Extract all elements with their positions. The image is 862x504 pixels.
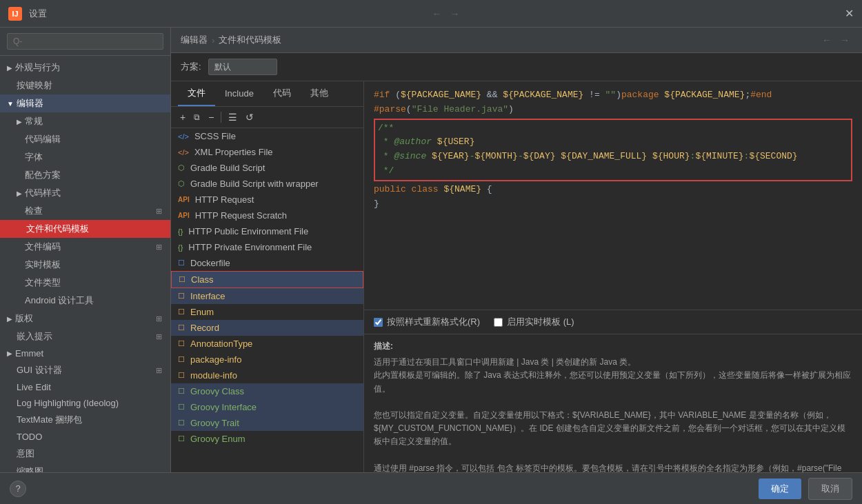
file-item-enum[interactable]: ☐ Enum — [171, 304, 363, 320]
close-button[interactable]: ✕ — [845, 7, 854, 20]
file-name-groovy-trait: Groovy Trait — [190, 418, 239, 428]
file-item-groovy-interface[interactable]: ☐ Groovy Interface — [171, 399, 363, 415]
code-line-7: public class ${NAME} { — [374, 183, 852, 197]
tab-code[interactable]: 代码 — [263, 81, 301, 106]
file-name-groovy-interface: Groovy Interface — [190, 402, 257, 412]
java-record-icon: ☐ — [178, 323, 185, 332]
scheme-select[interactable]: 默认 — [208, 59, 277, 75]
help-button[interactable]: ? — [10, 481, 26, 497]
settings-button[interactable]: ☰ — [225, 110, 241, 125]
file-item-class[interactable]: ☐ Class — [171, 271, 363, 288]
file-name-groovy-class: Groovy Class — [190, 386, 244, 396]
file-item-gradle[interactable]: ⬡ Gradle Build Script — [171, 160, 363, 176]
file-name-dockerfile: Dockerfile — [190, 258, 230, 268]
chevron-right-icon: ▶ — [7, 64, 12, 72]
reset-button[interactable]: ↺ — [242, 110, 257, 125]
sidebar-item-textmate[interactable]: TextMate 捆绑包 — [0, 411, 170, 429]
file-item-http-private[interactable]: {} HTTP Private Environment File — [171, 239, 363, 255]
sidebar-item-live-edit[interactable]: Live Edit — [0, 379, 170, 395]
sidebar-item-keymap[interactable]: 按键映射 — [0, 77, 170, 94]
sidebar-item-log-highlighting[interactable]: Log Highlighting (Ideolog) — [0, 395, 170, 411]
file-item-gradle-wrapper[interactable]: ⬡ Gradle Build Script with wrapper — [171, 176, 363, 192]
file-item-annotation[interactable]: ☐ AnnotationType — [171, 336, 363, 352]
sidebar-item-android-design[interactable]: Android 设计工具 — [0, 292, 170, 310]
copy-button[interactable]: ⧉ — [190, 110, 203, 124]
sidebar-item-inlay-hints[interactable]: 嵌入提示 ⊞ — [0, 327, 170, 345]
forward-arrow[interactable]: → — [448, 7, 463, 21]
code-editor[interactable]: #if (${PACKAGE_NAME} && ${PACKAGE_NAME} … — [364, 81, 862, 310]
file-item-groovy-class[interactable]: ☐ Groovy Class — [171, 383, 363, 399]
live-template-checkbox[interactable] — [494, 318, 503, 327]
file-name-annotation: AnnotationType — [190, 339, 252, 349]
file-item-http-scratch[interactable]: API HTTP Request Scratch — [171, 208, 363, 223]
sidebar: ▶ 外观与行为 按键映射 ▼ 编辑器 ▶ 常规 代码编辑 字体 配色方案 — [0, 28, 171, 472]
file-item-http[interactable]: API HTTP Request — [171, 192, 363, 208]
sidebar-item-appearance[interactable]: ▶ 外观与行为 — [0, 59, 170, 77]
description-area: 描述: 适用于通过在项目工具窗口中调用新建 | Java 类 | 类创建的新 J… — [364, 334, 862, 472]
sidebar-item-thumbnails[interactable]: 缩略图 — [0, 463, 170, 472]
back-arrow[interactable]: ← — [430, 7, 445, 21]
file-item-css[interactable]: </> SCSS File — [171, 128, 363, 144]
description-text: 适用于通过在项目工具窗口中调用新建 | Java 类 | 类创建的新 Java … — [374, 356, 852, 472]
breadcrumb-page: 文件和代码模板 — [219, 34, 281, 46]
sidebar-item-gui-designer[interactable]: GUI 设计器 ⊞ — [0, 361, 170, 379]
file-item-record[interactable]: ☐ Record — [171, 320, 363, 336]
live-template-label: 启用实时模板 (L) — [507, 316, 574, 328]
tab-other[interactable]: 其他 — [301, 81, 338, 106]
file-item-groovy-trait[interactable]: ☐ Groovy Trait — [171, 415, 363, 431]
breadcrumb: 编辑器 › 文件和代码模板 ← → — [171, 28, 862, 53]
sidebar-item-editor[interactable]: ▼ 编辑器 — [0, 94, 170, 112]
gradle-wrapper-icon: ⬡ — [178, 179, 185, 188]
sidebar-item-color-scheme[interactable]: 配色方案 — [0, 166, 170, 184]
breadcrumb-back[interactable]: ← — [819, 33, 834, 47]
live-template-checkbox-label[interactable]: 启用实时模板 (L) — [494, 316, 574, 328]
sidebar-item-copyright[interactable]: ▶ 版权 ⊞ — [0, 310, 170, 327]
search-input[interactable] — [7, 33, 163, 50]
tab-include[interactable]: Include — [215, 83, 263, 105]
sidebar-item-todo[interactable]: TODO — [0, 429, 170, 445]
code-line-4: * @author ${USER} — [378, 135, 848, 150]
breadcrumb-forward[interactable]: → — [837, 33, 852, 47]
file-toolbar: + ⧉ − ☰ ↺ — [171, 107, 363, 128]
sidebar-item-general[interactable]: ▶ 常规 — [0, 112, 170, 130]
cancel-button[interactable]: 取消 — [808, 478, 852, 500]
xml-icon: </> — [178, 148, 189, 157]
file-item-dockerfile[interactable]: ☐ Dockerfile — [171, 255, 363, 271]
file-item-module-info[interactable]: ☐ module-info — [171, 367, 363, 383]
tab-files[interactable]: 文件 — [178, 81, 215, 106]
sidebar-item-code-style[interactable]: ▶ 代码样式 — [0, 184, 170, 202]
file-name-gradle-wrapper: Gradle Build Script with wrapper — [190, 179, 319, 189]
reformat-label: 按照样式重新格式化(R) — [387, 316, 480, 328]
file-name-enum: Enum — [190, 307, 214, 317]
http-private-icon: {} — [178, 243, 183, 252]
reformat-checkbox-label[interactable]: 按照样式重新格式化(R) — [374, 316, 480, 328]
sidebar-item-live-templates[interactable]: 实时模板 — [0, 256, 170, 274]
sidebar-item-file-code-templates[interactable]: 文件和代码模板 — [0, 220, 170, 238]
file-name-groovy-enum: Groovy Enum — [190, 434, 245, 444]
confirm-button[interactable]: 确定 — [759, 478, 801, 499]
file-item-xml[interactable]: </> XML Properties File — [171, 144, 363, 160]
css-icon: </> — [178, 132, 189, 141]
tabs-row: 文件 Include 代码 其他 — [171, 81, 363, 107]
file-item-package-info[interactable]: ☐ package-info — [171, 352, 363, 367]
docker-icon: ☐ — [178, 259, 185, 268]
code-line-1: #if (${PACKAGE_NAME} && ${PACKAGE_NAME} … — [374, 88, 852, 103]
file-item-http-public[interactable]: {} HTTP Public Environment File — [171, 223, 363, 239]
remove-button[interactable]: − — [205, 110, 217, 125]
separator1 — [221, 112, 221, 123]
sidebar-item-font[interactable]: 字体 — [0, 148, 170, 166]
sidebar-item-file-types[interactable]: 文件类型 — [0, 274, 170, 292]
add-button[interactable]: + — [177, 110, 189, 125]
file-item-groovy-enum[interactable]: ☐ Groovy Enum — [171, 431, 363, 447]
selected-block: /** * @author ${USER} * @since ${YEAR}-$… — [374, 119, 852, 181]
sidebar-item-code-editing[interactable]: 代码编辑 — [0, 130, 170, 148]
file-item-interface[interactable]: ☐ Interface — [171, 288, 363, 304]
sidebar-item-emmet[interactable]: ▶ Emmet — [0, 345, 170, 361]
app-icon: IJ — [8, 7, 22, 21]
sidebar-item-inspections[interactable]: 检查 ⊞ — [0, 202, 170, 220]
sidebar-item-file-encodings[interactable]: 文件编码 ⊞ — [0, 238, 170, 256]
scheme-row: 方案: 默认 — [171, 53, 862, 81]
sidebar-item-intentions[interactable]: 意图 — [0, 445, 170, 463]
file-name-record: Record — [190, 323, 219, 333]
reformat-checkbox[interactable] — [374, 318, 383, 327]
